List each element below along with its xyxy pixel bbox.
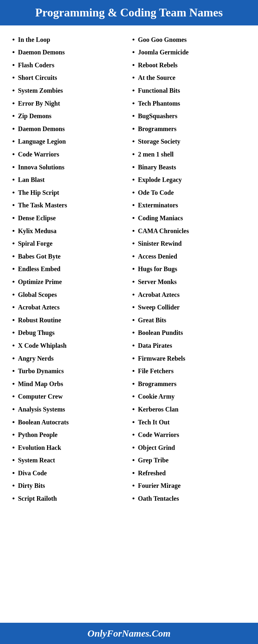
- list-item: CAMA Chronicles: [132, 224, 246, 237]
- list-item: Sinister Rewind: [132, 237, 246, 250]
- list-item: Brogrammers: [132, 122, 246, 135]
- list-item: Robust Routine: [12, 314, 126, 327]
- list-item: Storage Society: [132, 135, 246, 148]
- list-item: Boolean Pundits: [132, 327, 246, 339]
- list-item: System React: [12, 454, 126, 467]
- list-item: Mind Map Orbs: [12, 377, 126, 390]
- list-item: The Hip Script: [12, 186, 126, 199]
- list-item: Acrobat Aztecs: [12, 301, 126, 314]
- list-item: Endless Embed: [12, 263, 126, 276]
- main-content: In the LoopDaemon DemonsFlash CodersShor…: [0, 25, 258, 623]
- list-item: Dirty Bits: [12, 479, 126, 492]
- list-item: Fourier Mirage: [132, 479, 246, 492]
- list-item: Code Warriors: [12, 148, 126, 161]
- list-item: BugSquashers: [132, 110, 246, 123]
- right-team-list: Goo Goo GnomesJoomla GermicideReboot Reb…: [132, 33, 246, 505]
- list-item: Joomla Germicide: [132, 46, 246, 59]
- list-item: Firmware Rebels: [132, 352, 246, 365]
- list-item: Boolean Autocrats: [12, 416, 126, 429]
- list-item: Flash Coders: [12, 59, 126, 71]
- list-item: Spiral Forge: [12, 237, 126, 250]
- list-item: Explode Legacy: [132, 174, 246, 186]
- list-item: File Fetchers: [132, 365, 246, 378]
- columns-container: In the LoopDaemon DemonsFlash CodersShor…: [9, 33, 249, 505]
- list-item: Access Denied: [132, 250, 246, 263]
- list-item: Error By Night: [12, 97, 126, 110]
- list-item: Ode To Code: [132, 186, 246, 199]
- list-item: Object Grind: [132, 441, 246, 454]
- list-item: The Task Masters: [12, 199, 126, 212]
- left-column: In the LoopDaemon DemonsFlash CodersShor…: [9, 33, 129, 505]
- list-item: Great Bits: [132, 314, 246, 327]
- list-item: Server Monks: [132, 275, 246, 288]
- list-item: Debug Thugs: [12, 327, 126, 339]
- list-item: Kerberos Clan: [132, 403, 246, 416]
- left-team-list: In the LoopDaemon DemonsFlash CodersShor…: [12, 33, 126, 505]
- list-item: Exterminators: [132, 199, 246, 212]
- list-item: Diva Code: [12, 467, 126, 479]
- list-item: Goo Goo Gnomes: [132, 33, 246, 46]
- footer-label: OnlyForNames.Com: [8, 628, 250, 639]
- list-item: Analysis Systems: [12, 403, 126, 416]
- list-item: Daemon Demons: [12, 46, 126, 59]
- list-item: Innova Solutions: [12, 161, 126, 174]
- list-item: Kylix Medusa: [12, 224, 126, 237]
- list-item: 2 men 1 shell: [132, 148, 246, 161]
- list-item: Grep Tribe: [132, 454, 246, 467]
- list-item: Turbo Dynamics: [12, 365, 126, 378]
- list-item: Tech Phantoms: [132, 97, 246, 110]
- list-item: Cookie Army: [132, 390, 246, 403]
- list-item: Brogrammers: [132, 377, 246, 390]
- list-item: Lan Blast: [12, 174, 126, 186]
- list-item: Refreshed: [132, 467, 246, 479]
- list-item: Sweep Collider: [132, 301, 246, 314]
- list-item: Zip Demons: [12, 110, 126, 123]
- list-item: Reboot Rebels: [132, 59, 246, 71]
- list-item: Optimize Prime: [12, 275, 126, 288]
- list-item: Daemon Demons: [12, 122, 126, 135]
- right-column: Goo Goo GnomesJoomla GermicideReboot Reb…: [129, 33, 249, 505]
- list-item: Angry Nerds: [12, 352, 126, 365]
- list-item: Tech It Out: [132, 416, 246, 429]
- list-item: Acrobat Aztecs: [132, 288, 246, 301]
- list-item: Binary Beasts: [132, 161, 246, 174]
- page-title: Programming & Coding Team Names: [8, 6, 250, 20]
- list-item: Dense Eclipse: [12, 212, 126, 225]
- list-item: Script Railoth: [12, 492, 126, 505]
- list-item: Evolution Hack: [12, 441, 126, 454]
- list-item: Data Pirates: [132, 339, 246, 352]
- list-item: Python People: [12, 429, 126, 441]
- list-item: Hugs for Bugs: [132, 263, 246, 276]
- list-item: Functional Bits: [132, 84, 246, 97]
- list-item: System Zombies: [12, 84, 126, 97]
- list-item: Global Scopes: [12, 288, 126, 301]
- list-item: Coding Maniacs: [132, 212, 246, 225]
- list-item: At the Source: [132, 71, 246, 84]
- list-item: Code Warriors: [132, 429, 246, 441]
- list-item: Oath Tentacles: [132, 492, 246, 505]
- list-item: Language Legion: [12, 135, 126, 148]
- list-item: In the Loop: [12, 33, 126, 46]
- page-footer: OnlyForNames.Com: [0, 623, 258, 644]
- list-item: Computer Crew: [12, 390, 126, 403]
- list-item: Short Circuits: [12, 71, 126, 84]
- page-header: Programming & Coding Team Names: [0, 0, 258, 25]
- list-item: X Code Whiplash: [12, 339, 126, 352]
- list-item: Babes Got Byte: [12, 250, 126, 263]
